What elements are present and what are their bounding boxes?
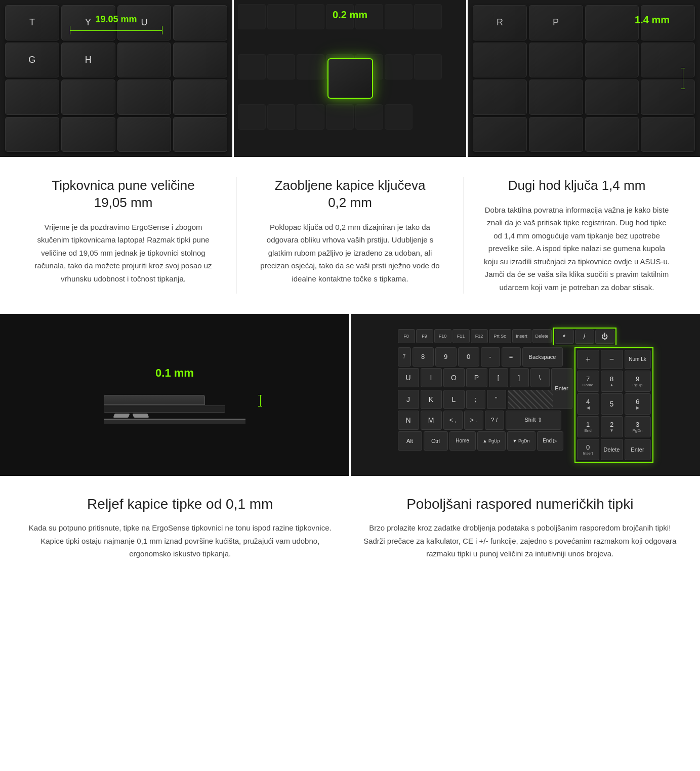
key-q2 xyxy=(585,5,639,40)
height-indicator xyxy=(260,395,261,407)
block2-body: Poklopac ključa od 0,2 mm dizajniran je … xyxy=(257,221,443,286)
block3-title: Dugi hod ključa 1,4 mm xyxy=(484,177,670,194)
key-q10 xyxy=(585,79,639,115)
key-q13 xyxy=(529,117,583,152)
f8-key: F8 xyxy=(398,329,415,343)
numpad-highlight-border-top: * / ⏻ xyxy=(553,328,616,345)
np-9: 9PgUp xyxy=(625,371,651,392)
top-image-row: T Y U G H 19.05 mm xyxy=(0,0,700,157)
f9-key: F9 xyxy=(416,329,433,343)
key-backslash: \ xyxy=(530,368,550,387)
bottom-text-block-1: Reljef kapice tipke od 0,1 mm Kada su po… xyxy=(20,496,340,560)
key-q12 xyxy=(473,117,527,152)
key-p: P xyxy=(529,5,583,40)
np-numlk: Num Lk xyxy=(625,350,651,369)
np-3: 3PgDn xyxy=(625,416,651,437)
np-del: Delete xyxy=(601,439,623,460)
highlighted-key xyxy=(327,58,373,99)
main-row-4: N M < , > . ? / Shift ⇧ xyxy=(398,411,572,430)
keyboard-image-2: 0.2 mm xyxy=(232,0,468,157)
prtsc-key: Prt Sc xyxy=(489,329,511,343)
np-4: 4◀ xyxy=(577,393,599,415)
numpad-section: + − Num Lk 7Home 8▲ 9PgUp 4◀ xyxy=(574,347,653,463)
key-backspace: Backspace xyxy=(522,347,563,367)
keyboard-image-4: 0.1 mm xyxy=(0,314,349,476)
measurement-label-1: 19.05 mm xyxy=(95,14,137,25)
key-pgdn: ▼ PgDn xyxy=(507,431,536,451)
key-blank3 xyxy=(173,43,227,78)
key-semicol: ; xyxy=(466,390,485,409)
np-2: 2▼ xyxy=(601,416,623,437)
key-p2: P xyxy=(466,368,487,387)
key-r: R xyxy=(473,5,527,40)
keyboard-image-3: R P 1 xyxy=(468,0,700,157)
key-q4 xyxy=(473,43,527,78)
key-quote: " xyxy=(487,390,506,409)
scissor-mech xyxy=(114,414,148,418)
key-blank11 xyxy=(173,117,227,152)
f10-key: F10 xyxy=(434,329,451,343)
bottom-block1-body: Kada su potpuno pritisnute, tipke na Erg… xyxy=(20,521,340,560)
bottom-block1-title: Reljef kapice tipke od 0,1 mm xyxy=(20,496,340,512)
key-l: L xyxy=(443,390,465,409)
key-blank4 xyxy=(5,79,59,115)
np-1: 1End xyxy=(577,416,599,437)
text-section-2: Reljef kapice tipke od 0,1 mm Kada su po… xyxy=(0,476,700,591)
key-blank1 xyxy=(173,5,227,40)
np-minus-top: − xyxy=(601,350,623,369)
keyboard-image-1: T Y U G H 19.05 mm xyxy=(0,0,232,157)
keyboard-image-5: F8 F9 F10 F11 F12 Prt Sc Insert Delete *… xyxy=(349,314,700,476)
key-g: G xyxy=(5,43,59,78)
delete-key: Delete xyxy=(532,329,552,343)
key-end: End ▷ xyxy=(537,431,563,451)
key-q8 xyxy=(473,79,527,115)
np-row-4: 1End 2▼ 3PgDn xyxy=(577,416,651,437)
key-q6 xyxy=(585,43,639,78)
key-h: H xyxy=(61,43,115,78)
bottom-image-row: 0.1 mm xyxy=(0,314,700,476)
np-5: 5 xyxy=(601,393,623,415)
key-n: N xyxy=(398,411,419,430)
key-0: 0 xyxy=(458,347,479,367)
key-q11 xyxy=(641,79,695,115)
key-comma: < , xyxy=(443,411,463,430)
text-block-3: Dugi hod ključa 1,4 mm Dobra taktilna po… xyxy=(463,177,690,294)
key-9: 9 xyxy=(435,347,457,367)
key-alt: Alt xyxy=(398,431,422,451)
text-block-1: Tipkovnica pune veličine19,05 mm Vrijeme… xyxy=(10,177,236,294)
main-row-5: Alt Ctrl Home ▲ PgUp ▼ PgDn End ▷ xyxy=(398,431,572,451)
np-power: ⏻ xyxy=(595,330,614,344)
key-t: T xyxy=(5,5,59,40)
key-j: J xyxy=(398,390,419,409)
np-row-2: 7Home 8▲ 9PgUp xyxy=(577,371,651,392)
key-equals: = xyxy=(502,347,521,367)
main-keyboard: 7 8 9 0 - = Backspace U I O xyxy=(398,347,572,463)
text-block-2: Zaobljene kapice ključeva0,2 mm Poklopac… xyxy=(236,177,463,294)
key-u2: U xyxy=(398,368,419,387)
measurement-label-4: 0.1 mm xyxy=(155,367,194,380)
depth-measurement xyxy=(681,68,685,89)
main-row-3: J K L ; " xyxy=(398,390,572,409)
key-slash: ? / xyxy=(485,411,504,430)
key-q5 xyxy=(529,43,583,78)
key-i: I xyxy=(421,368,442,387)
key-ctrl: Ctrl xyxy=(424,431,448,451)
measurement-label-3: 1.4 mm xyxy=(635,14,670,26)
np-slash: / xyxy=(575,330,594,344)
np-plus-top: + xyxy=(577,350,599,369)
main-row-1: 7 8 9 0 - = Backspace xyxy=(398,347,572,367)
numpad-display: F8 F9 F10 F11 F12 Prt Sc Insert Delete *… xyxy=(351,314,700,476)
key-blank2 xyxy=(117,43,172,78)
np-7: 7Home xyxy=(577,371,599,392)
f12-key: F12 xyxy=(471,329,488,343)
block2-title: Zaobljene kapice ključeva0,2 mm xyxy=(257,177,443,212)
key-blank5 xyxy=(61,79,115,115)
key-pgup: ▲ PgUp xyxy=(477,431,506,451)
key-home: Home xyxy=(449,431,476,451)
key-blank9 xyxy=(61,117,115,152)
key-q7 xyxy=(641,43,695,78)
key-k: K xyxy=(421,390,442,409)
fn-key-row: F8 F9 F10 F11 F12 Prt Sc Insert Delete *… xyxy=(398,328,653,345)
key-blank7 xyxy=(173,79,227,115)
key-q9 xyxy=(529,79,583,115)
